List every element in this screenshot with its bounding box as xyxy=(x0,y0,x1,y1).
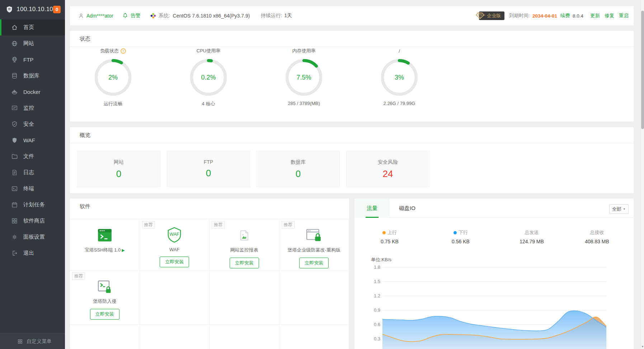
gauge-label: / xyxy=(399,48,400,54)
sidebar-item-数据库[interactable]: 数据库 xyxy=(0,68,65,84)
legend-label: 下行 xyxy=(459,229,468,236)
page-scrollbar[interactable]: ▼ xyxy=(640,0,644,349)
sidebar-item-WAF[interactable]: WAF xyxy=(0,132,65,148)
install-now-button[interactable]: 立即安装 xyxy=(160,257,189,267)
i-shield-icon xyxy=(11,121,18,128)
software-item-icon[interactable]: WAF xyxy=(166,227,183,244)
install-now-button[interactable]: 立即安装 xyxy=(299,258,329,268)
sidebar-item-FTP[interactable]: FTP xyxy=(0,52,65,68)
overview-card-网站[interactable]: 网站0 xyxy=(77,151,160,187)
update-link[interactable]: 更新 xyxy=(590,13,600,19)
sidebar-item-面板设置[interactable]: 面板设置 xyxy=(0,229,65,245)
software-item-body: WAFWAF立即安装 xyxy=(140,219,210,270)
legend-下行: 下行0.56 KB xyxy=(432,229,489,244)
legend-value: 408.83 MB xyxy=(568,239,626,244)
uptime-label: 持续运行: xyxy=(260,13,282,19)
divider xyxy=(70,143,634,143)
i-term-icon xyxy=(11,185,18,192)
card-label: FTP xyxy=(167,159,250,165)
sidebar-item-label: Docker xyxy=(23,89,41,95)
overview-card-数据库[interactable]: 数据库0 xyxy=(257,151,340,187)
scrollbar-thumb[interactable] xyxy=(641,11,644,129)
restart-link[interactable]: 重启 xyxy=(619,13,629,19)
status-panel: 状态 负载状态?2%运行流畅CPU使用率0.2%4 核心内存使用率7.5%285… xyxy=(70,31,634,121)
software-panel: 软件 宝塔SSH终端 1.0▶推荐 WAFWAF立即安装推荐 网站监控报表立即安… xyxy=(70,199,349,349)
legend-label: 上行 xyxy=(387,229,397,236)
sidebar-item-Docker[interactable]: Docker xyxy=(0,84,65,100)
sidebar-logo[interactable]: 100.10.10.10 0 xyxy=(0,0,65,19)
software-item-name[interactable]: 堡塔企业级防篡改-重构版 xyxy=(288,247,340,253)
sidebar-item-custom-menu[interactable]: 自定义菜单 xyxy=(0,333,65,349)
tab-traffic[interactable]: 流量 xyxy=(354,199,390,218)
status-title: 状态 xyxy=(70,31,634,47)
bell-icon xyxy=(122,13,128,19)
message-count-badge[interactable]: 0 xyxy=(53,6,61,13)
software-name-text: 堡塔防入侵 xyxy=(93,298,116,305)
software-cell xyxy=(140,271,210,325)
sidebar-item-监控[interactable]: 监控 xyxy=(0,100,65,116)
interface-filter-select[interactable]: 全部 ▼ xyxy=(609,204,629,214)
sidebar-item-网站[interactable]: 网站 xyxy=(0,35,65,52)
alert-label[interactable]: 告警 xyxy=(131,13,141,19)
tab-disk-io[interactable]: 磁盘IO xyxy=(390,199,425,218)
sidebar-item-首页[interactable]: 首页 xyxy=(0,19,65,35)
license-badge[interactable]: 企业版 xyxy=(479,11,504,20)
install-now-button[interactable]: 立即安装 xyxy=(90,309,119,320)
username[interactable]: Adm****ator xyxy=(86,13,113,19)
software-item-icon[interactable] xyxy=(306,227,322,244)
sidebar-item-安全[interactable]: 安全 xyxy=(0,116,65,132)
user-menu[interactable]: Adm****ator xyxy=(78,13,113,19)
i-log-icon xyxy=(11,169,18,176)
software-item-icon[interactable] xyxy=(97,278,112,295)
software-item-name[interactable]: 宝塔SSH终端 1.0▶ xyxy=(85,247,125,253)
traffic-area-chart xyxy=(382,265,606,349)
renew-link[interactable]: 续费 xyxy=(560,13,570,19)
sidebar-item-退出[interactable]: 退出 xyxy=(0,245,65,261)
tamper-proof-browser-lock-icon xyxy=(306,228,322,243)
repair-link[interactable]: 修复 xyxy=(605,13,614,19)
sidebar-item-label: WAF xyxy=(23,137,35,143)
gauge-value: 7.5% xyxy=(284,57,324,97)
software-item-name[interactable]: WAF xyxy=(169,247,179,252)
sidebar-item-文件[interactable]: 文件 xyxy=(0,148,65,164)
custom-menu-grid-icon xyxy=(17,339,23,344)
legend-value: 0.56 KB xyxy=(432,239,489,244)
i-monitor-icon xyxy=(11,105,18,111)
sidebar-item-终端[interactable]: 终端 xyxy=(0,181,65,197)
i-globe-icon xyxy=(11,40,18,47)
filter-value: 全部 xyxy=(612,206,621,212)
software-name-text: 宝塔SSH终端 1.0 xyxy=(85,247,121,253)
divider xyxy=(70,47,634,47)
software-cell xyxy=(70,325,140,349)
gauge-subtext: 4 核心 xyxy=(174,101,243,107)
bt-shield-logo-icon xyxy=(6,5,13,14)
sidebar-item-软件商店[interactable]: 软件商店 xyxy=(0,213,65,229)
help-icon[interactable]: ? xyxy=(121,48,126,54)
software-cell xyxy=(279,271,349,325)
play-icon[interactable]: ▶ xyxy=(122,248,124,253)
sidebar-item-日志[interactable]: 日志 xyxy=(0,164,65,181)
sidebar-item-label: 数据库 xyxy=(23,72,39,79)
legend-总接收: 总接收408.83 MB xyxy=(568,229,626,244)
expire-date: 2034-04-01 xyxy=(532,13,557,19)
legend-value: 0.75 KB xyxy=(361,239,418,244)
alert-button[interactable]: 告警 xyxy=(122,13,141,19)
overview-card-FTP[interactable]: FTP0 xyxy=(167,151,250,187)
software-name-text: 网站监控报表 xyxy=(230,247,258,253)
uptime-value: 1天 xyxy=(284,13,292,19)
sidebar-item-计划任务[interactable]: 计划任务 xyxy=(0,197,65,213)
legend-label: 总发送 xyxy=(525,229,539,236)
software-item-name[interactable]: 堡塔防入侵 xyxy=(93,298,116,305)
server-ip: 100.10.10.10 xyxy=(17,6,53,13)
software-item-icon[interactable] xyxy=(239,227,249,244)
download-area xyxy=(382,311,606,349)
scrollbar-down-arrow[interactable]: ▼ xyxy=(641,345,644,348)
overview-card-安全风险[interactable]: 安全风险24 xyxy=(346,151,429,187)
software-item-宝塔SSH终端: 宝塔SSH终端 1.0▶ xyxy=(70,219,140,271)
card-value: 24 xyxy=(347,168,429,180)
software-item-name[interactable]: 网站监控报表 xyxy=(230,247,258,253)
software-item-icon[interactable] xyxy=(97,227,113,244)
software-title: 软件 xyxy=(70,199,349,214)
install-now-button[interactable]: 立即安装 xyxy=(230,258,259,268)
sidebar-item-label: 安全 xyxy=(23,121,34,128)
